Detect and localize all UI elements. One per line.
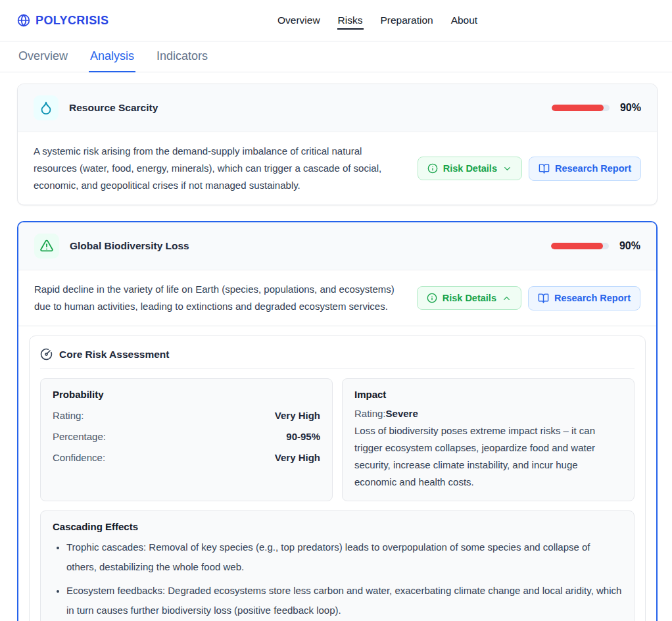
progress-fill <box>551 243 603 249</box>
risk-title: Resource Scarcity <box>69 102 158 114</box>
risk-description: Rapid decline in the variety of life on … <box>34 281 406 315</box>
risk-details-label: Risk Details <box>443 293 496 303</box>
nav-item-overview[interactable]: Overview <box>277 12 321 30</box>
triangle-alert-icon <box>34 234 59 259</box>
risk-details-panel: Core Risk Assessment Probability Rating:… <box>18 326 656 621</box>
cascading-effects-panel: Cascading Effects Trophic cascades: Remo… <box>40 510 635 621</box>
probability-title: Probability <box>53 389 320 400</box>
risk-card-header[interactable]: Resource Scarcity 90% <box>18 84 657 132</box>
assessment-title: Core Risk Assessment <box>59 349 169 360</box>
nav-item-about[interactable]: About <box>450 12 479 30</box>
risk-title: Global Biodiversity Loss <box>70 240 189 252</box>
progress-fill <box>552 105 604 111</box>
book-open-icon <box>539 163 550 174</box>
cascading-effect-item: Ecosystem feedbacks: Degraded ecosystems… <box>66 581 622 620</box>
risk-card-global-biodiversity-loss: Global Biodiversity Loss 90% Rapid decli… <box>17 221 658 621</box>
probability-confidence-row: Confidence: Very High <box>53 447 320 468</box>
nav-item-risks[interactable]: Risks <box>337 12 364 30</box>
risk-description: A systemic risk arising from the demand-… <box>34 143 407 194</box>
main-nav: Overview Risks Preparation About <box>277 0 478 41</box>
chevron-up-icon <box>502 293 512 303</box>
risk-details-button[interactable]: Risk Details <box>418 157 522 180</box>
risk-probability: 90% <box>552 102 641 114</box>
risk-card-header[interactable]: Global Biodiversity Loss 90% <box>18 222 656 270</box>
risk-card-body: Rapid decline in the variety of life on … <box>18 270 656 326</box>
app-header: POLYCRISIS Overview Risks Preparation Ab… <box>0 0 672 41</box>
tab-bar: Overview Analysis Indicators <box>0 41 672 72</box>
risk-details-label: Risk Details <box>443 163 497 174</box>
risk-details-button[interactable]: Risk Details <box>417 286 521 310</box>
nav-item-preparation[interactable]: Preparation <box>380 12 434 30</box>
risk-card-resource-scarcity: Resource Scarcity 90% A systemic risk ar… <box>17 84 658 205</box>
cascading-effect-item: Trophic cascades: Removal of key species… <box>66 537 622 577</box>
tab-indicators[interactable]: Indicators <box>155 41 209 72</box>
tab-analysis[interactable]: Analysis <box>89 41 135 72</box>
impact-title: Impact <box>354 389 622 400</box>
research-report-button[interactable]: Research Report <box>528 286 640 310</box>
cascading-effects-title: Cascading Effects <box>53 521 622 532</box>
risk-card-body: A systemic risk arising from the demand-… <box>18 132 657 205</box>
info-icon <box>427 293 437 303</box>
info-icon <box>427 163 438 174</box>
assessment-grid: Probability Rating: Very High Percentage… <box>40 378 635 501</box>
progress-bar <box>551 243 609 249</box>
progress-bar <box>552 105 610 111</box>
tab-overview[interactable]: Overview <box>17 41 69 72</box>
chevron-down-icon <box>502 164 512 174</box>
progress-label: 90% <box>619 240 640 252</box>
globe-icon <box>17 14 30 27</box>
impact-rating-row: Rating:Severe <box>354 405 622 422</box>
impact-panel: Impact Rating:Severe Loss of biodiversit… <box>342 378 635 501</box>
probability-panel: Probability Rating: Very High Percentage… <box>40 378 333 501</box>
risk-probability: 90% <box>551 240 640 252</box>
probability-percentage-row: Percentage: 90-95% <box>53 426 320 447</box>
impact-description: Loss of biodiversity poses extreme impac… <box>354 422 622 491</box>
research-report-label: Research Report <box>555 163 631 174</box>
probability-rating-row: Rating: Very High <box>53 405 320 426</box>
progress-label: 90% <box>620 102 641 114</box>
risk-list: Resource Scarcity 90% A systemic risk ar… <box>0 72 672 621</box>
droplet-icon <box>34 95 59 120</box>
assessment-header: Core Risk Assessment <box>40 347 635 369</box>
risk-actions: Risk Details Research Report <box>417 286 640 310</box>
brand-name: POLYCRISIS <box>36 14 108 28</box>
cascading-effects-list: Trophic cascades: Removal of key species… <box>53 537 622 620</box>
core-risk-assessment: Core Risk Assessment Probability Rating:… <box>29 335 646 621</box>
research-report-label: Research Report <box>554 293 631 303</box>
book-open-icon <box>538 293 549 304</box>
gauge-icon <box>40 348 53 360</box>
research-report-button[interactable]: Research Report <box>529 157 641 181</box>
risk-actions: Risk Details Research Report <box>418 157 641 181</box>
brand-logo[interactable]: POLYCRISIS <box>17 14 108 28</box>
